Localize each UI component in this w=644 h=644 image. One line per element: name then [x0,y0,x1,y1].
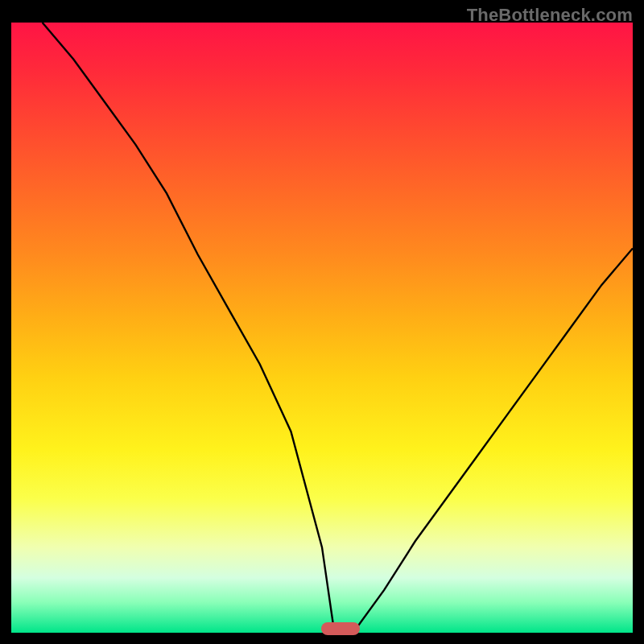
optimal-marker [321,622,360,635]
curve-path [43,23,633,633]
bottleneck-curve [11,23,633,633]
chart-area [11,23,633,633]
watermark-text: TheBottleneck.com [467,5,633,26]
